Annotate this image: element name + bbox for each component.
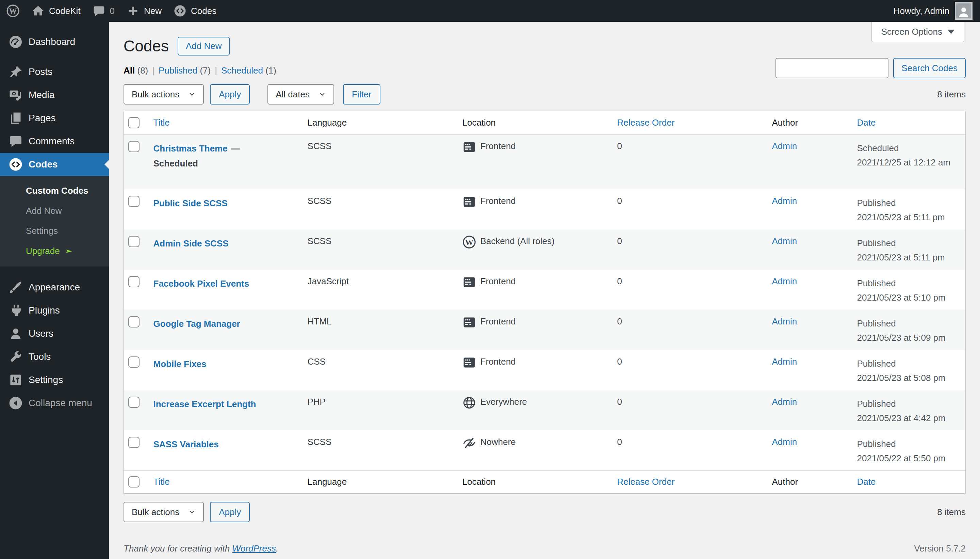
sidebar-item-tools[interactable]: Tools bbox=[0, 345, 109, 368]
title-cell: Public Side SCSS bbox=[150, 189, 304, 230]
release-order-cell: 0 bbox=[614, 189, 769, 230]
select-all-checkbox[interactable] bbox=[128, 117, 140, 128]
view-filter-count: (1) bbox=[266, 65, 276, 76]
location-cell: Frontend bbox=[459, 310, 614, 350]
row-checkbox[interactable] bbox=[128, 141, 140, 152]
row-checkbox[interactable] bbox=[128, 437, 140, 448]
column-header-release-order[interactable]: Release Order bbox=[614, 470, 769, 494]
row-checkbox[interactable] bbox=[128, 276, 140, 287]
location-cell: WBackend (All roles) bbox=[459, 230, 614, 270]
column-header-date[interactable]: Date bbox=[854, 111, 966, 134]
sidebar-item-pages[interactable]: Pages bbox=[0, 107, 109, 130]
date-value: 2021/05/23 at 5:11 pm bbox=[857, 250, 962, 265]
svg-text:W: W bbox=[465, 238, 474, 246]
table-row: SASS VariablesSCSSNowhere0AdminPublished… bbox=[124, 430, 966, 470]
row-title-link[interactable]: Admin Side SCSS bbox=[153, 238, 229, 248]
release-order-cell: 0 bbox=[614, 390, 769, 430]
site-name-menu[interactable]: CodeKit bbox=[26, 0, 87, 22]
date-value: 2021/12/25 at 12:12 am bbox=[857, 155, 962, 170]
row-checkbox[interactable] bbox=[128, 397, 140, 408]
column-header-date[interactable]: Date bbox=[854, 470, 966, 494]
date-value: 2021/05/23 at 5:10 pm bbox=[857, 290, 962, 305]
sidebar-item-label: Comments bbox=[28, 136, 74, 147]
bulk-actions-select-bottom[interactable]: Bulk actions bbox=[124, 502, 204, 522]
row-checkbox-cell bbox=[124, 134, 150, 189]
sidebar-item-media[interactable]: Media bbox=[0, 83, 109, 107]
sidebar-item-label: Settings bbox=[28, 374, 63, 385]
language-cell: SCSS bbox=[304, 134, 459, 189]
new-content-menu[interactable]: New bbox=[121, 0, 168, 22]
howdy-text[interactable]: Howdy, Admin bbox=[894, 6, 949, 17]
author-link[interactable]: Admin bbox=[772, 276, 797, 286]
sidebar-item-label: Tools bbox=[28, 351, 51, 362]
date-value: 2021/05/23 at 5:09 pm bbox=[857, 331, 962, 345]
author-link[interactable]: Admin bbox=[772, 356, 797, 367]
collapse-menu-button[interactable]: Collapse menu bbox=[0, 392, 109, 415]
author-link[interactable]: Admin bbox=[772, 316, 797, 326]
screen-options-button[interactable]: Screen Options bbox=[871, 22, 964, 42]
add-new-button[interactable]: Add New bbox=[178, 37, 230, 56]
apply-button-bottom[interactable]: Apply bbox=[210, 502, 250, 522]
footer-period: . bbox=[276, 543, 278, 554]
media-icon bbox=[9, 88, 23, 102]
sidebar-item-settings[interactable]: Settings bbox=[0, 368, 109, 392]
view-filter-scheduled[interactable]: Scheduled (1) bbox=[221, 65, 276, 76]
submenu-item-settings[interactable]: Settings bbox=[0, 221, 109, 241]
filter-button[interactable]: Filter bbox=[343, 84, 380, 104]
author-link[interactable]: Admin bbox=[772, 236, 797, 246]
apply-button[interactable]: Apply bbox=[210, 84, 250, 104]
row-title-link[interactable]: Increase Excerpt Length bbox=[153, 399, 256, 409]
search-input[interactable] bbox=[775, 58, 888, 78]
sidebar-item-appearance[interactable]: Appearance bbox=[0, 276, 109, 299]
row-title-link[interactable]: Public Side SCSS bbox=[153, 198, 228, 208]
row-title-link[interactable]: Christmas Theme bbox=[153, 143, 228, 154]
plus-icon bbox=[127, 5, 139, 17]
date-status: Published bbox=[857, 316, 962, 331]
row-checkbox[interactable] bbox=[128, 356, 140, 368]
row-checkbox[interactable] bbox=[128, 316, 140, 327]
column-header-release-order[interactable]: Release Order bbox=[614, 111, 769, 134]
wordpress-logo-menu[interactable]: W bbox=[0, 0, 26, 22]
author-link[interactable]: Admin bbox=[772, 196, 797, 206]
view-filter-all[interactable]: All (8) bbox=[124, 65, 148, 76]
row-checkbox-cell bbox=[124, 310, 150, 350]
view-filter-published[interactable]: Published (7) bbox=[158, 65, 211, 76]
column-header-title[interactable]: Title bbox=[150, 111, 304, 134]
codes-admin-bar-menu[interactable]: Codes bbox=[168, 0, 223, 22]
sidebar-item-plugins[interactable]: Plugins bbox=[0, 299, 109, 322]
language-cell: JavaScript bbox=[304, 270, 459, 310]
author-cell: Admin bbox=[769, 430, 854, 470]
date-cell: Published2021/05/23 at 5:08 pm bbox=[854, 350, 966, 390]
sidebar-item-comments[interactable]: Comments bbox=[0, 130, 109, 153]
view-separator: | bbox=[215, 65, 217, 76]
submenu-item-custom-codes[interactable]: Custom Codes bbox=[0, 181, 109, 201]
title-cell: Google Tag Manager bbox=[150, 310, 304, 350]
avatar[interactable] bbox=[955, 2, 972, 20]
row-checkbox[interactable] bbox=[128, 236, 140, 247]
row-checkbox[interactable] bbox=[128, 196, 140, 207]
wordpress-footer-link[interactable]: WordPress bbox=[232, 543, 276, 554]
dates-filter-select[interactable]: All dates bbox=[267, 84, 334, 104]
bulk-actions-select[interactable]: Bulk actions bbox=[124, 84, 204, 104]
search-codes-button[interactable]: Search Codes bbox=[893, 58, 966, 78]
row-title-link[interactable]: SASS Variables bbox=[153, 439, 219, 449]
sidebar-item-posts[interactable]: Posts bbox=[0, 60, 109, 83]
sidebar-item-codes[interactable]: Codes bbox=[0, 153, 109, 176]
author-link[interactable]: Admin bbox=[772, 141, 797, 151]
sidebar-item-users[interactable]: Users bbox=[0, 322, 109, 345]
new-label: New bbox=[144, 6, 162, 17]
sidebar-item-dashboard[interactable]: Dashboard bbox=[0, 30, 109, 53]
submenu-item-upgrade[interactable]: Upgrade bbox=[0, 241, 109, 261]
row-checkbox-cell bbox=[124, 230, 150, 270]
author-link[interactable]: Admin bbox=[772, 397, 797, 407]
row-title-link[interactable]: Facebook Pixel Events bbox=[153, 278, 249, 289]
view-filter-label: Scheduled bbox=[221, 65, 263, 76]
comments-menu[interactable]: 0 bbox=[87, 0, 121, 22]
column-header-title[interactable]: Title bbox=[150, 470, 304, 494]
location-cell: Frontend bbox=[459, 270, 614, 310]
row-title-link[interactable]: Mobile Fixes bbox=[153, 359, 206, 369]
row-title-link[interactable]: Google Tag Manager bbox=[153, 319, 240, 329]
submenu-item-add-new[interactable]: Add New bbox=[0, 201, 109, 221]
author-link[interactable]: Admin bbox=[772, 437, 797, 447]
select-all-checkbox[interactable] bbox=[128, 476, 140, 488]
